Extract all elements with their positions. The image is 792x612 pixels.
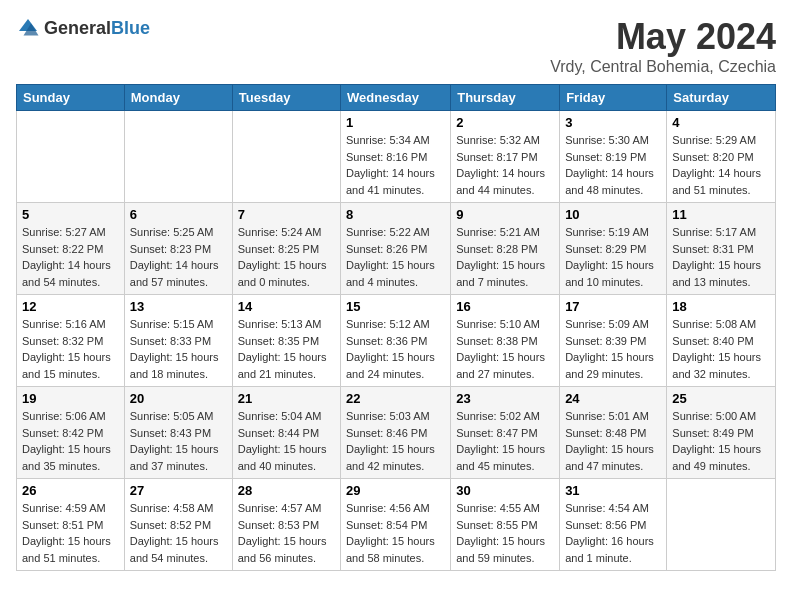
day-number: 18 bbox=[672, 299, 770, 314]
calendar-cell: 8Sunrise: 5:22 AMSunset: 8:26 PMDaylight… bbox=[341, 203, 451, 295]
calendar-cell: 18Sunrise: 5:08 AMSunset: 8:40 PMDayligh… bbox=[667, 295, 776, 387]
calendar-cell: 9Sunrise: 5:21 AMSunset: 8:28 PMDaylight… bbox=[451, 203, 560, 295]
calendar-cell: 28Sunrise: 4:57 AMSunset: 8:53 PMDayligh… bbox=[232, 479, 340, 571]
calendar-cell: 27Sunrise: 4:58 AMSunset: 8:52 PMDayligh… bbox=[124, 479, 232, 571]
day-info: Sunrise: 5:16 AMSunset: 8:32 PMDaylight:… bbox=[22, 316, 119, 382]
day-number: 22 bbox=[346, 391, 445, 406]
day-info: Sunrise: 5:21 AMSunset: 8:28 PMDaylight:… bbox=[456, 224, 554, 290]
day-number: 1 bbox=[346, 115, 445, 130]
calendar-cell: 11Sunrise: 5:17 AMSunset: 8:31 PMDayligh… bbox=[667, 203, 776, 295]
calendar-week-row: 12Sunrise: 5:16 AMSunset: 8:32 PMDayligh… bbox=[17, 295, 776, 387]
day-number: 9 bbox=[456, 207, 554, 222]
calendar-table: SundayMondayTuesdayWednesdayThursdayFrid… bbox=[16, 84, 776, 571]
calendar-cell: 3Sunrise: 5:30 AMSunset: 8:19 PMDaylight… bbox=[560, 111, 667, 203]
day-info: Sunrise: 4:55 AMSunset: 8:55 PMDaylight:… bbox=[456, 500, 554, 566]
day-info: Sunrise: 5:03 AMSunset: 8:46 PMDaylight:… bbox=[346, 408, 445, 474]
day-info: Sunrise: 5:09 AMSunset: 8:39 PMDaylight:… bbox=[565, 316, 661, 382]
calendar-cell: 16Sunrise: 5:10 AMSunset: 8:38 PMDayligh… bbox=[451, 295, 560, 387]
calendar-cell: 21Sunrise: 5:04 AMSunset: 8:44 PMDayligh… bbox=[232, 387, 340, 479]
day-number: 6 bbox=[130, 207, 227, 222]
page-header: GeneralBlue May 2024 Vrdy, Central Bohem… bbox=[16, 16, 776, 76]
calendar-cell: 14Sunrise: 5:13 AMSunset: 8:35 PMDayligh… bbox=[232, 295, 340, 387]
calendar-cell bbox=[232, 111, 340, 203]
day-number: 16 bbox=[456, 299, 554, 314]
month-title: May 2024 bbox=[550, 16, 776, 58]
day-number: 27 bbox=[130, 483, 227, 498]
day-number: 10 bbox=[565, 207, 661, 222]
weekday-header: Tuesday bbox=[232, 85, 340, 111]
calendar-week-row: 1Sunrise: 5:34 AMSunset: 8:16 PMDaylight… bbox=[17, 111, 776, 203]
logo: GeneralBlue bbox=[16, 16, 150, 40]
calendar-cell: 13Sunrise: 5:15 AMSunset: 8:33 PMDayligh… bbox=[124, 295, 232, 387]
calendar-cell: 5Sunrise: 5:27 AMSunset: 8:22 PMDaylight… bbox=[17, 203, 125, 295]
day-number: 15 bbox=[346, 299, 445, 314]
day-number: 13 bbox=[130, 299, 227, 314]
day-info: Sunrise: 4:54 AMSunset: 8:56 PMDaylight:… bbox=[565, 500, 661, 566]
day-number: 12 bbox=[22, 299, 119, 314]
calendar-cell: 1Sunrise: 5:34 AMSunset: 8:16 PMDaylight… bbox=[341, 111, 451, 203]
day-info: Sunrise: 5:02 AMSunset: 8:47 PMDaylight:… bbox=[456, 408, 554, 474]
day-info: Sunrise: 5:30 AMSunset: 8:19 PMDaylight:… bbox=[565, 132, 661, 198]
calendar-cell: 10Sunrise: 5:19 AMSunset: 8:29 PMDayligh… bbox=[560, 203, 667, 295]
day-number: 4 bbox=[672, 115, 770, 130]
day-number: 8 bbox=[346, 207, 445, 222]
day-info: Sunrise: 5:34 AMSunset: 8:16 PMDaylight:… bbox=[346, 132, 445, 198]
day-info: Sunrise: 5:00 AMSunset: 8:49 PMDaylight:… bbox=[672, 408, 770, 474]
weekday-header: Monday bbox=[124, 85, 232, 111]
logo-text-blue: Blue bbox=[111, 18, 150, 38]
day-number: 31 bbox=[565, 483, 661, 498]
day-info: Sunrise: 4:59 AMSunset: 8:51 PMDaylight:… bbox=[22, 500, 119, 566]
calendar-week-row: 26Sunrise: 4:59 AMSunset: 8:51 PMDayligh… bbox=[17, 479, 776, 571]
calendar-cell: 4Sunrise: 5:29 AMSunset: 8:20 PMDaylight… bbox=[667, 111, 776, 203]
day-info: Sunrise: 5:32 AMSunset: 8:17 PMDaylight:… bbox=[456, 132, 554, 198]
logo-text-general: General bbox=[44, 18, 111, 38]
weekday-header: Sunday bbox=[17, 85, 125, 111]
day-info: Sunrise: 4:57 AMSunset: 8:53 PMDaylight:… bbox=[238, 500, 335, 566]
calendar-cell: 29Sunrise: 4:56 AMSunset: 8:54 PMDayligh… bbox=[341, 479, 451, 571]
day-info: Sunrise: 5:04 AMSunset: 8:44 PMDaylight:… bbox=[238, 408, 335, 474]
day-number: 21 bbox=[238, 391, 335, 406]
calendar-cell: 15Sunrise: 5:12 AMSunset: 8:36 PMDayligh… bbox=[341, 295, 451, 387]
day-number: 20 bbox=[130, 391, 227, 406]
day-info: Sunrise: 5:24 AMSunset: 8:25 PMDaylight:… bbox=[238, 224, 335, 290]
day-info: Sunrise: 5:17 AMSunset: 8:31 PMDaylight:… bbox=[672, 224, 770, 290]
title-section: May 2024 Vrdy, Central Bohemia, Czechia bbox=[550, 16, 776, 76]
day-number: 30 bbox=[456, 483, 554, 498]
day-info: Sunrise: 5:13 AMSunset: 8:35 PMDaylight:… bbox=[238, 316, 335, 382]
day-number: 5 bbox=[22, 207, 119, 222]
calendar-cell: 17Sunrise: 5:09 AMSunset: 8:39 PMDayligh… bbox=[560, 295, 667, 387]
day-number: 28 bbox=[238, 483, 335, 498]
logo-icon bbox=[16, 16, 40, 40]
day-info: Sunrise: 5:10 AMSunset: 8:38 PMDaylight:… bbox=[456, 316, 554, 382]
calendar-cell: 22Sunrise: 5:03 AMSunset: 8:46 PMDayligh… bbox=[341, 387, 451, 479]
calendar-cell bbox=[17, 111, 125, 203]
weekday-header: Thursday bbox=[451, 85, 560, 111]
day-number: 2 bbox=[456, 115, 554, 130]
calendar-cell: 30Sunrise: 4:55 AMSunset: 8:55 PMDayligh… bbox=[451, 479, 560, 571]
day-number: 23 bbox=[456, 391, 554, 406]
day-number: 19 bbox=[22, 391, 119, 406]
calendar-cell: 2Sunrise: 5:32 AMSunset: 8:17 PMDaylight… bbox=[451, 111, 560, 203]
calendar-cell: 31Sunrise: 4:54 AMSunset: 8:56 PMDayligh… bbox=[560, 479, 667, 571]
day-info: Sunrise: 5:15 AMSunset: 8:33 PMDaylight:… bbox=[130, 316, 227, 382]
calendar-cell: 6Sunrise: 5:25 AMSunset: 8:23 PMDaylight… bbox=[124, 203, 232, 295]
calendar-cell: 12Sunrise: 5:16 AMSunset: 8:32 PMDayligh… bbox=[17, 295, 125, 387]
calendar-cell: 24Sunrise: 5:01 AMSunset: 8:48 PMDayligh… bbox=[560, 387, 667, 479]
calendar-week-row: 19Sunrise: 5:06 AMSunset: 8:42 PMDayligh… bbox=[17, 387, 776, 479]
day-info: Sunrise: 4:58 AMSunset: 8:52 PMDaylight:… bbox=[130, 500, 227, 566]
weekday-header: Friday bbox=[560, 85, 667, 111]
day-number: 7 bbox=[238, 207, 335, 222]
day-info: Sunrise: 5:27 AMSunset: 8:22 PMDaylight:… bbox=[22, 224, 119, 290]
day-info: Sunrise: 5:19 AMSunset: 8:29 PMDaylight:… bbox=[565, 224, 661, 290]
calendar-cell: 20Sunrise: 5:05 AMSunset: 8:43 PMDayligh… bbox=[124, 387, 232, 479]
calendar-cell: 23Sunrise: 5:02 AMSunset: 8:47 PMDayligh… bbox=[451, 387, 560, 479]
day-number: 14 bbox=[238, 299, 335, 314]
calendar-cell: 25Sunrise: 5:00 AMSunset: 8:49 PMDayligh… bbox=[667, 387, 776, 479]
day-info: Sunrise: 4:56 AMSunset: 8:54 PMDaylight:… bbox=[346, 500, 445, 566]
day-info: Sunrise: 5:22 AMSunset: 8:26 PMDaylight:… bbox=[346, 224, 445, 290]
day-info: Sunrise: 5:06 AMSunset: 8:42 PMDaylight:… bbox=[22, 408, 119, 474]
day-number: 11 bbox=[672, 207, 770, 222]
location-title: Vrdy, Central Bohemia, Czechia bbox=[550, 58, 776, 76]
calendar-cell: 7Sunrise: 5:24 AMSunset: 8:25 PMDaylight… bbox=[232, 203, 340, 295]
calendar-week-row: 5Sunrise: 5:27 AMSunset: 8:22 PMDaylight… bbox=[17, 203, 776, 295]
